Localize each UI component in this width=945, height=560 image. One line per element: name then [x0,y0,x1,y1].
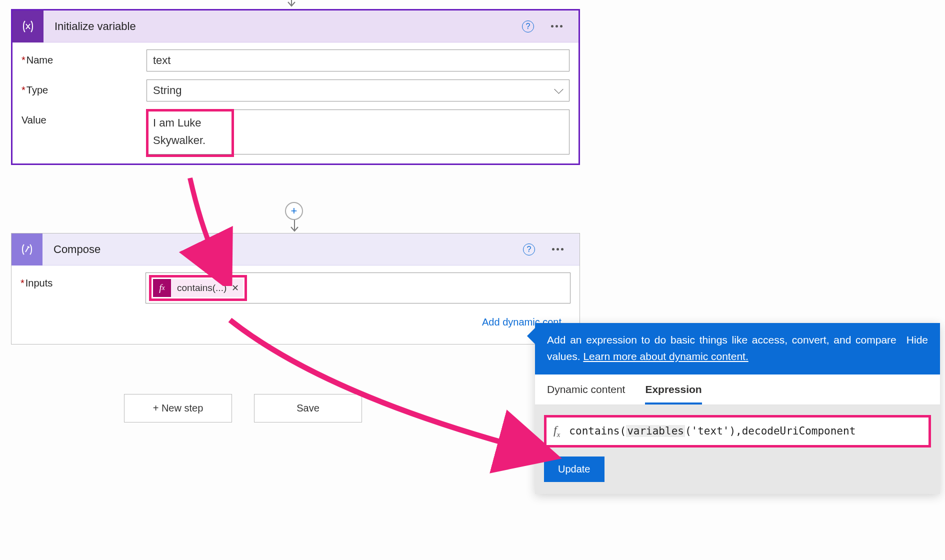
help-icon[interactable]: ? [523,244,535,256]
panel-pointer [527,328,535,344]
card-header[interactable]: Initialize variable ? [12,10,578,42]
tab-dynamic-content[interactable]: Dynamic content [547,384,625,404]
dynamic-content-panel: Add an expression to do basic things lik… [535,323,940,494]
new-step-button[interactable]: + New step [124,394,232,422]
variable-icon [12,10,44,42]
help-icon[interactable]: ? [522,20,534,32]
expression-input[interactable]: fx contains(variables('text'),decodeUriC… [544,415,931,448]
inputs-label: Inputs [20,272,146,289]
more-icon[interactable] [549,23,564,30]
panel-banner: Add an expression to do basic things lik… [535,323,940,374]
save-button[interactable]: Save [254,394,362,422]
name-label: Name [22,50,146,66]
name-input[interactable]: text [146,50,570,72]
card-title: Compose [42,243,523,256]
fx-icon: fx [554,424,560,439]
hide-button[interactable]: Hide [906,332,928,364]
type-select[interactable]: String [146,80,570,102]
initialize-variable-card[interactable]: Initialize variable ? Name text Type Str… [11,9,580,165]
more-icon[interactable] [550,246,566,252]
inputs-field[interactable]: fx contains(...) ✕ [146,272,570,304]
pill-label: contains(...) [177,282,226,294]
tab-expression[interactable]: Expression [645,384,702,404]
expression-pill[interactable]: fx contains(...) ✕ [153,279,243,297]
close-icon[interactable]: ✕ [232,282,239,294]
connector-arrow-middle [290,220,298,234]
card-title: Initialize variable [44,20,522,33]
update-button[interactable]: Update [544,456,604,482]
value-input[interactable]: I am Luke Skywalker. [146,110,570,154]
add-step-button[interactable]: + [285,202,303,220]
value-label: Value [22,110,146,126]
learn-more-link[interactable]: Learn more about dynamic content. [583,350,748,362]
annotation-highlight: fx contains(...) ✕ [149,275,247,301]
card-header[interactable]: Compose ? [12,234,580,266]
fx-icon: fx [153,279,171,297]
compose-card[interactable]: Compose ? Inputs fx contains(...) ✕ [11,233,580,344]
compose-icon [12,234,42,266]
type-label: Type [22,80,146,96]
